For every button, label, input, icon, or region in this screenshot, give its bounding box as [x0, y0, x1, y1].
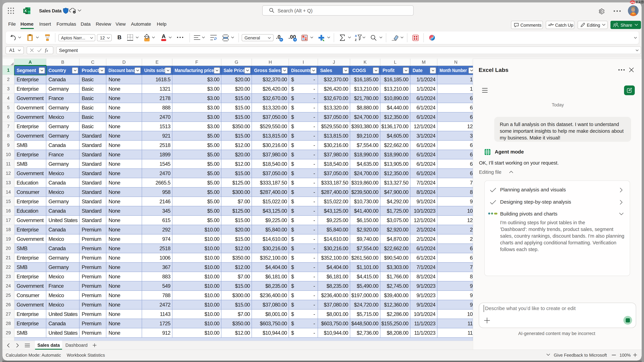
svg-text:X: X — [24, 9, 27, 13]
svg-text:Z: Z — [355, 38, 356, 41]
svg-text:php: php — [630, 1, 634, 4]
svg-text:A: A — [355, 34, 357, 37]
